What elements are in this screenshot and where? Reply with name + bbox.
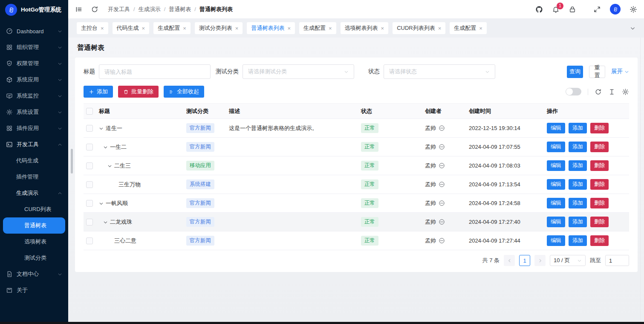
tab-tree-table-list[interactable]: 普通树表列表× <box>247 22 295 34</box>
sidebar-item-tree-table[interactable]: 普通树表 <box>3 217 65 234</box>
column-settings-icon[interactable] <box>622 88 629 95</box>
sidebar-item-gen-demo[interactable]: 生成演示 <box>0 185 68 201</box>
refresh-icon[interactable] <box>91 6 98 13</box>
sidebar-item-option-tree[interactable]: 选项树表 <box>0 234 68 250</box>
add-child-button[interactable]: 添加 <box>569 217 587 227</box>
sidebar-item-about[interactable]: 关于 <box>0 282 68 298</box>
tab-gen-config-2[interactable]: 生成配置× <box>299 22 336 34</box>
sidebar-item-plugin-app[interactable]: 插件应用 <box>0 120 68 136</box>
sidebar-item-org-mgmt[interactable]: 组织管理 <box>0 39 68 55</box>
expand-row-icon[interactable] <box>99 125 105 131</box>
collapse-all-button[interactable]: 全部收起 <box>164 86 204 98</box>
batch-delete-button[interactable]: 批量删除 <box>118 86 159 98</box>
creator-more-icon[interactable] <box>439 162 445 169</box>
close-icon[interactable]: × <box>235 26 239 31</box>
delete-button[interactable]: 删除 <box>590 198 609 208</box>
settings-gear-icon[interactable] <box>630 6 637 13</box>
notifications[interactable]: 1 <box>552 6 560 13</box>
edit-button[interactable]: 编辑 <box>547 217 565 227</box>
row-checkbox[interactable] <box>86 144 93 150</box>
app-logo[interactable]: HotGo管理系统 <box>0 0 68 20</box>
expand-row-icon[interactable] <box>107 163 113 169</box>
close-icon[interactable]: × <box>183 26 186 31</box>
creator-more-icon[interactable] <box>439 125 445 131</box>
sidebar-item-code-gen[interactable]: 代码生成 <box>0 153 68 169</box>
add-child-button[interactable]: 添加 <box>569 123 587 133</box>
row-checkbox[interactable] <box>86 219 93 226</box>
sidebar-item-sys-monitor[interactable]: 系统监控 <box>0 88 68 104</box>
close-icon[interactable]: × <box>142 26 145 31</box>
query-button[interactable]: 查询 <box>567 66 583 78</box>
title-filter-input[interactable] <box>99 64 211 79</box>
next-page-button[interactable] <box>534 255 546 266</box>
github-icon[interactable] <box>535 6 543 13</box>
add-child-button[interactable]: 添加 <box>569 142 587 152</box>
avatar[interactable] <box>610 4 621 14</box>
row-checkbox[interactable] <box>86 237 93 244</box>
reset-button[interactable]: 重置 <box>589 66 605 78</box>
close-icon[interactable]: × <box>479 26 482 31</box>
edit-button[interactable]: 编辑 <box>547 123 565 133</box>
sidebar-item-sys-app[interactable]: 系统应用 <box>0 72 68 88</box>
tab-code-gen[interactable]: 代码生成× <box>113 22 150 34</box>
expand-row-icon[interactable] <box>103 219 109 225</box>
row-checkbox[interactable] <box>86 125 93 132</box>
column-header-status[interactable]: 状态 <box>361 104 425 119</box>
add-child-button[interactable]: 添加 <box>569 160 587 171</box>
jump-to-input[interactable] <box>605 255 629 266</box>
creator-more-icon[interactable] <box>439 237 445 244</box>
delete-button[interactable]: 删除 <box>590 123 609 133</box>
close-icon[interactable]: × <box>101 26 104 31</box>
creator-more-icon[interactable] <box>439 144 445 150</box>
category-filter-select[interactable]: 请选择测试分类 <box>243 64 354 79</box>
striped-toggle[interactable] <box>566 88 581 95</box>
close-icon[interactable]: × <box>329 26 332 31</box>
tabs-dropdown-icon[interactable] <box>630 26 635 31</box>
add-child-button[interactable]: 添加 <box>569 198 587 208</box>
column-header-creator[interactable]: 创建者 <box>425 104 469 119</box>
creator-more-icon[interactable] <box>439 181 445 188</box>
add-child-button[interactable]: 添加 <box>569 179 587 190</box>
expand-row-icon[interactable] <box>103 144 109 150</box>
breadcrumb-item[interactable]: 普通树表 <box>169 6 191 13</box>
edit-button[interactable]: 编辑 <box>547 142 565 152</box>
sidebar-item-test-category[interactable]: 测试分类 <box>0 250 68 266</box>
column-header-created[interactable]: 创建时间 <box>469 104 547 119</box>
breadcrumb-item[interactable]: 生成演示 <box>139 6 161 13</box>
close-icon[interactable]: × <box>381 26 384 31</box>
row-height-icon[interactable] <box>608 88 615 95</box>
sidebar-item-perm-mgmt[interactable]: 权限管理 <box>0 55 68 72</box>
row-checkbox[interactable] <box>86 200 93 207</box>
sidebar-item-doc-center[interactable]: 文档中心 <box>0 266 68 282</box>
sidebar-scrollbar-thumb[interactable] <box>71 149 73 174</box>
expand-row-icon[interactable] <box>99 200 105 206</box>
close-icon[interactable]: × <box>438 26 442 31</box>
sidebar-item-plugin-mgmt[interactable]: 插件管理 <box>0 169 68 185</box>
sidebar-item-sys-settings[interactable]: 系统设置 <box>0 104 68 120</box>
reload-table-icon[interactable] <box>595 88 602 95</box>
edit-button[interactable]: 编辑 <box>547 160 565 171</box>
sidebar-item-dashboard[interactable]: Dashboard <box>0 23 68 39</box>
row-checkbox[interactable] <box>86 162 93 169</box>
page-size-select[interactable]: 10 / 页 <box>550 255 586 266</box>
lock-icon[interactable] <box>569 6 576 13</box>
delete-button[interactable]: 删除 <box>590 235 609 246</box>
tab-cudr-list[interactable]: CUDR列表列表× <box>393 22 445 34</box>
column-header-category[interactable]: 测试分类 <box>186 104 229 119</box>
tab-option-tree-list[interactable]: 选项树表列表× <box>341 22 389 34</box>
tab-gen-config-1[interactable]: 生成配置× <box>153 22 191 34</box>
expand-filters-link[interactable]: 展开 <box>611 68 629 75</box>
delete-button[interactable]: 删除 <box>590 160 609 171</box>
collapse-sidebar-icon[interactable] <box>75 6 83 13</box>
fullscreen-icon[interactable] <box>593 6 601 13</box>
edit-button[interactable]: 编辑 <box>547 179 565 190</box>
sidebar-item-dev-tools[interactable]: 开发工具 <box>0 136 68 153</box>
column-header-desc[interactable]: 描述 <box>229 104 361 119</box>
delete-button[interactable]: 删除 <box>590 217 609 227</box>
column-header-title[interactable]: 标题 <box>95 104 186 119</box>
tab-test-category-list[interactable]: 测试分类列表× <box>195 22 243 34</box>
page-number-button[interactable]: 1 <box>519 255 530 266</box>
tab-gen-config-3[interactable]: 生成配置× <box>450 22 487 34</box>
select-all-checkbox[interactable] <box>86 108 93 115</box>
creator-more-icon[interactable] <box>439 219 445 225</box>
